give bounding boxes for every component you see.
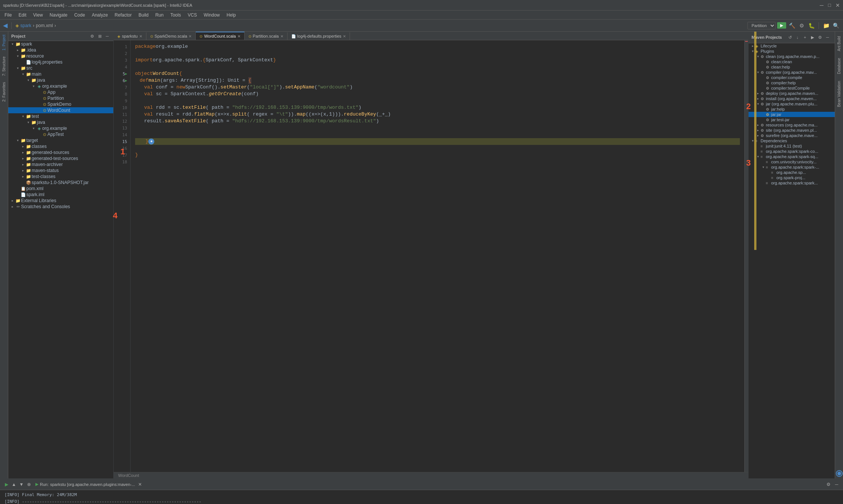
tree-item-snapshot-jar[interactable]: ▸ 📦 sparkstu-1.0-SNAPSHOT.jar <box>8 180 113 186</box>
menu-navigate[interactable]: Navigate <box>47 12 70 18</box>
run-down-btn[interactable]: ▼ <box>18 481 25 488</box>
tree-item-sparkdemo[interactable]: ▸ ⊙ SparkDemo <box>8 101 113 107</box>
project-expand-btn[interactable]: ⊞ <box>97 33 103 39</box>
tab-close-wordcount[interactable]: ✕ <box>237 34 240 38</box>
database-toggle[interactable]: Database <box>836 55 842 77</box>
maven-clean[interactable]: ▾ ⚙ clean (org.apache.maven.p... <box>749 54 835 59</box>
run-up-btn[interactable]: ▲ <box>11 481 17 488</box>
tab-close-sparkstu[interactable]: ✕ <box>139 34 142 38</box>
menu-window[interactable]: Window <box>201 12 223 18</box>
maven-collapse-btn[interactable]: ─ <box>824 34 831 41</box>
back-icon[interactable]: ◀ <box>3 22 8 29</box>
run-play-btn[interactable]: ▶ <box>3 481 10 488</box>
maven-jar[interactable]: ▾ ⚙ jar (org.apache.maven.plu... <box>749 101 835 107</box>
close-button[interactable]: ✕ <box>835 2 840 8</box>
maven-refresh-btn[interactable]: ↺ <box>787 34 793 41</box>
editor-scroll-bar[interactable] <box>744 40 748 472</box>
tree-item-apptest[interactable]: ▸ ⊙ AppTest <box>8 131 113 137</box>
maven-dep-spark-nested[interactable]: ▾ ≡ org.apache.spark:spark-... <box>749 164 835 170</box>
tree-item-external-libs[interactable]: ▸ 📁 External Libraries <box>8 198 113 204</box>
maven-dep-spark-last[interactable]: ▸ ≡ org.apache.spark:spark... <box>749 180 835 186</box>
maven-dep-spark-sql[interactable]: ▾ ≡ org.apache.spark:spark-sq... <box>749 154 835 159</box>
tree-item-test-classes[interactable]: ▸ 📁 test-classes <box>8 174 113 180</box>
run-tab-close[interactable]: ✕ <box>137 481 143 488</box>
tree-item-org-example-test[interactable]: ▾ ◈ org.example <box>8 125 113 131</box>
run-button[interactable]: ▶ <box>777 22 786 29</box>
maven-jar-testjar[interactable]: ▸ ⚙ jar:test-jar <box>749 117 835 122</box>
maven-download-btn[interactable]: ↓ <box>794 34 801 41</box>
run-settings-btn[interactable]: ⚙ <box>825 481 832 488</box>
maven-compiler-help[interactable]: ▸ ⚙ compiler:help <box>749 80 835 85</box>
tree-item-resource[interactable]: ▾ 📁 resource <box>8 53 113 59</box>
tree-item-java-main[interactable]: ▾ 📁 java <box>8 77 113 83</box>
menu-analyze[interactable]: Analyze <box>89 12 111 18</box>
menu-build[interactable]: Build <box>135 12 152 18</box>
debug-button[interactable]: 🐛 <box>807 21 816 30</box>
tree-item-partition[interactable]: ▸ ⊙ Partition <box>8 95 113 101</box>
tab-close-sparkdemo[interactable]: ✕ <box>189 34 192 38</box>
editor-content[interactable]: 1 2 3 4 5 ▶ 6 ▶ 7 8 9 10 11 12 13 14 15 … <box>114 40 744 472</box>
tree-item-maven-archiver[interactable]: ▸ 📁 maven-archiver <box>8 161 113 167</box>
maximize-button[interactable]: □ <box>828 2 831 8</box>
run-stop-btn[interactable]: ⊗ <box>26 481 32 488</box>
menu-edit[interactable]: Edit <box>15 12 29 18</box>
maven-plugins[interactable]: ▾ ◈ Plugins <box>749 49 835 54</box>
maven-dependencies[interactable]: ▾ ≡ Dependencies <box>749 138 835 143</box>
favorites-panel-toggle[interactable]: 2: Favorites <box>1 79 7 105</box>
tree-item-scratches[interactable]: ▸ ✏ Scratches and Consoles <box>8 204 113 210</box>
maven-clean-help[interactable]: ▸ ⚙ clean:help <box>749 64 835 70</box>
maven-deploy[interactable]: ▸ ⚙ deploy (org.apache.maven... <box>749 91 835 96</box>
tree-item-spark-iml[interactable]: ▸ 📄 spark.iml <box>8 192 113 198</box>
tree-item-wordcount[interactable]: ▸ ⊙ WordCount <box>8 107 113 113</box>
tree-item-idea[interactable]: ▸ 📁 .idea <box>8 47 113 53</box>
tree-item-log4j[interactable]: ▸ 📄 log4j.properties <box>8 59 113 65</box>
tree-item-org-example-main[interactable]: ▾ ◈ org.example <box>8 83 113 89</box>
tree-item-spark[interactable]: ▾ 📁 spark <box>8 41 113 47</box>
tree-item-app[interactable]: ▸ ⊙ App <box>8 89 113 95</box>
code-area[interactable]: package org.example import org.apache.sp… <box>131 40 744 472</box>
menu-view[interactable]: View <box>30 12 46 18</box>
partition-dropdown[interactable]: Partition <box>747 22 776 29</box>
maven-jar-jar[interactable]: ▸ ⚙ jar:jar <box>749 112 835 117</box>
tree-item-classes[interactable]: ▸ 📁 classes <box>8 143 113 149</box>
tree-item-gen-test-src[interactable]: ▸ 📁 generated-test-sources <box>8 155 113 161</box>
tab-close-log4j[interactable]: ✕ <box>343 34 346 38</box>
menu-run[interactable]: Run <box>152 12 167 18</box>
breadcrumb-spark[interactable]: spark <box>20 23 31 28</box>
build-button[interactable]: 🔨 <box>788 21 796 30</box>
tab-wordcount[interactable]: ⊙ WordCount.scala ✕ <box>196 32 244 40</box>
maven-install[interactable]: ▸ ⚙ install (org.apache.maven... <box>749 96 835 101</box>
maven-compiler[interactable]: ▾ ⚙ compiler (org.apache.mav... <box>749 70 835 75</box>
maven-dep-spark-proj[interactable]: ▸ ≡ org.spark-proj... <box>749 175 835 180</box>
project-panel-toggle[interactable]: 1: Project <box>1 32 7 53</box>
menu-code[interactable]: Code <box>71 12 88 18</box>
structure-panel-toggle[interactable]: 7: Structure <box>1 53 7 79</box>
breadcrumb-pomxml[interactable]: pom.xml <box>36 23 53 28</box>
maven-dep-univocity[interactable]: ▸ ≡ com.univocity:univocity... <box>749 159 835 164</box>
maven-jar-help[interactable]: ▸ ⚙ jar:help <box>749 107 835 112</box>
bean-validation-toggle[interactable]: Bean Validation <box>836 78 842 110</box>
tab-partition[interactable]: ⊙ Partition.scala ✕ <box>245 32 288 40</box>
menu-refactor[interactable]: Refactor <box>112 12 135 18</box>
search-button[interactable]: 🔍 <box>832 21 840 30</box>
tab-log4j[interactable]: 📄 log4j-defaults.properties ✕ <box>288 32 350 40</box>
tree-item-src[interactable]: ▾ 📁 src <box>8 65 113 71</box>
maven-resources[interactable]: ▸ ⚙ resources (org.apache.ma... <box>749 122 835 128</box>
maven-settings-btn[interactable]: ⚙ <box>817 34 823 41</box>
minimize-button[interactable]: ─ <box>820 2 823 8</box>
maven-dep-spark-core[interactable]: ▸ ≡ org.apache.spark:spark-co... <box>749 149 835 154</box>
maven-compiler-compile[interactable]: ▸ ⚙ compiler:compile <box>749 75 835 80</box>
project-collapse-btn[interactable]: ─ <box>104 33 110 39</box>
tree-item-gen-src[interactable]: ▸ 📁 generated-sources <box>8 149 113 155</box>
tree-item-main[interactable]: ▾ 📁 main <box>8 71 113 77</box>
tree-item-maven-status[interactable]: ▸ 📁 maven-status <box>8 167 113 174</box>
maven-compiler-testcompile[interactable]: ▸ ⚙ compiler:testCompile <box>749 85 835 91</box>
menu-tools[interactable]: Tools <box>167 12 184 18</box>
vcs-button[interactable]: 📁 <box>822 21 830 30</box>
maven-surefire[interactable]: ▸ ⚙ surefire (org.apache.mave... <box>749 133 835 138</box>
tree-item-pom[interactable]: ▸ 📋 pom.xml <box>8 186 113 192</box>
tab-sparkdemo[interactable]: ⊙ SparkDemo.scala ✕ <box>146 32 196 40</box>
tab-sparkstu[interactable]: ◈ sparkstu ✕ <box>114 32 146 40</box>
tab-close-partition[interactable]: ✕ <box>280 34 283 38</box>
maven-dep-spark-nested-1[interactable]: ▸ ≡ org.apache.sp... <box>749 170 835 175</box>
